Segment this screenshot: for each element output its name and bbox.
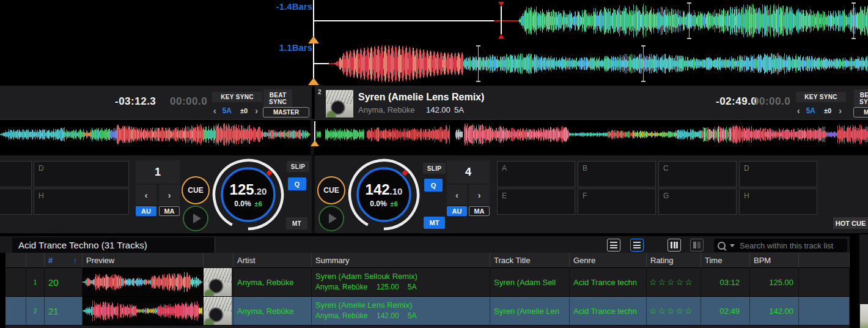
column-number[interactable]: #↑ bbox=[45, 253, 83, 267]
deck2-beat-jump-forward-button[interactable]: › bbox=[469, 185, 490, 205]
deck2-hot-cue-pad-g[interactable]: G bbox=[658, 188, 737, 215]
column-artist[interactable]: Artist bbox=[234, 253, 312, 267]
deck2-time-elapsed: 00:00.0 bbox=[753, 95, 790, 108]
deck2-beat-jump-back-button[interactable]: ‹ bbox=[447, 185, 467, 205]
row-gutter bbox=[6, 297, 26, 325]
row-artist: Anyma, Rebūke bbox=[234, 297, 312, 325]
column-artwork[interactable] bbox=[204, 253, 234, 267]
row-track-number: 21 bbox=[45, 297, 83, 325]
row-artwork-cell bbox=[204, 297, 234, 325]
key-prev-button[interactable]: ‹ bbox=[797, 106, 800, 116]
key-next-button[interactable]: › bbox=[839, 106, 842, 116]
track-table-header: #↑ Preview Artist Summary Track Title Ge… bbox=[6, 253, 850, 267]
view-detail-list-icon[interactable] bbox=[630, 239, 644, 252]
deck2-hot-cue-pad-c[interactable]: C bbox=[658, 161, 737, 187]
column-genre[interactable]: Genre bbox=[570, 253, 647, 267]
row-rating[interactable]: ☆☆☆☆☆ bbox=[647, 268, 701, 296]
deck2-hot-cue-pad-b[interactable]: B bbox=[578, 161, 656, 187]
deck2-manual-button[interactable]: MA bbox=[469, 206, 490, 216]
table-row-selected[interactable]: 2 21 Anyma, Rebūke Syren (Amelie Lens Re… bbox=[6, 297, 850, 325]
deck2-auto-button[interactable]: AU bbox=[447, 206, 467, 216]
search-filter-caret-icon[interactable] bbox=[730, 244, 735, 247]
deck1-master-button[interactable]: MASTER bbox=[263, 107, 309, 117]
column-label: Preview bbox=[86, 256, 114, 265]
column-preview[interactable]: Preview bbox=[83, 253, 204, 267]
overview-strip-band bbox=[0, 119, 868, 154]
column-time[interactable]: Time bbox=[701, 253, 750, 267]
row-position: 1 bbox=[26, 268, 45, 296]
deck2-playhead-marker-icon bbox=[308, 78, 319, 85]
deck2-hot-cue-pad-h[interactable]: H bbox=[739, 188, 817, 215]
table-row-partial[interactable] bbox=[6, 326, 850, 328]
bpm-text: 142.00 bbox=[769, 307, 793, 316]
deck1-jog-wheel[interactable]: 125.20 0.0%±6 bbox=[210, 157, 286, 233]
key-prev-button[interactable]: ‹ bbox=[213, 106, 216, 116]
deck2-hot-cue-pad-a[interactable]: A bbox=[497, 161, 575, 187]
deck1-beat-sync-button[interactable]: BEAT SYNC bbox=[263, 89, 292, 108]
deck2-slip-button[interactable]: SLIP bbox=[423, 163, 446, 174]
deck1-slip-button[interactable]: SLIP bbox=[287, 161, 309, 172]
album-art bbox=[204, 268, 232, 296]
view-split-icon[interactable] bbox=[690, 239, 704, 252]
deck2-key-sync-button[interactable]: KEY SYNC bbox=[796, 92, 846, 102]
search-input[interactable] bbox=[738, 240, 844, 251]
side-panel-divider[interactable] bbox=[850, 234, 859, 328]
key-next-button[interactable]: › bbox=[255, 106, 258, 116]
list-glyph-icon bbox=[633, 242, 641, 248]
artist-text: Anyma, Rebūke bbox=[237, 278, 294, 287]
deck2-cue-marker bbox=[643, 45, 644, 82]
deck2-hot-cue-pad-f[interactable]: F bbox=[578, 188, 656, 215]
track-search[interactable] bbox=[714, 239, 847, 252]
column-bpm[interactable]: BPM bbox=[750, 253, 799, 267]
deck1-cue-button[interactable]: CUE bbox=[182, 176, 210, 204]
deck2-hot-cue-pad-e[interactable]: E bbox=[497, 188, 575, 215]
deck1-hot-cue-pad-d[interactable]: D bbox=[34, 161, 129, 187]
table-row[interactable]: 1 20 Anyma, Rebūke Syren (Adam Sellouk R… bbox=[6, 268, 850, 296]
jog-ring-graphic bbox=[210, 157, 286, 233]
deck1-quantize-button[interactable]: Q bbox=[288, 177, 306, 190]
column-track-title[interactable]: Track Title bbox=[490, 253, 570, 267]
deck2-master-button[interactable]: MASTER bbox=[853, 107, 868, 117]
deck1-cue-marker bbox=[853, 2, 854, 39]
deck2-hot-cue-pad-d[interactable]: D bbox=[739, 161, 817, 187]
row-preview-waveform[interactable] bbox=[83, 297, 204, 325]
deck2-beat-sync-button[interactable]: BEAT SYNC bbox=[854, 89, 868, 108]
hot-cue-mode-tab[interactable]: HOT CUE bbox=[833, 217, 868, 229]
row-track-title: Syren (Adam Sell bbox=[490, 268, 570, 296]
deck1-key-sync-button[interactable]: KEY SYNC bbox=[212, 92, 262, 102]
hot-cue-letter: F bbox=[583, 192, 587, 200]
beat-sync-line1: BEAT bbox=[270, 92, 287, 99]
deck1-hot-cue-pad-h[interactable]: H bbox=[34, 188, 129, 215]
column-label: Genre bbox=[573, 256, 595, 265]
column-label: Track Title bbox=[494, 256, 530, 265]
deck1-beat-jump-back-button[interactable]: ‹ bbox=[136, 185, 156, 205]
row-rating[interactable]: ☆☆☆☆☆ bbox=[647, 297, 701, 325]
column-rating[interactable]: Rating bbox=[647, 253, 701, 267]
sort-ascending-icon[interactable]: ↑ bbox=[73, 256, 83, 265]
column-summary[interactable]: Summary bbox=[312, 253, 490, 267]
deck2-master-tempo-button[interactable]: MT bbox=[424, 217, 445, 229]
deck2-jog-wheel[interactable]: 142.10 0.0%±6 bbox=[346, 157, 422, 233]
view-columns-icon[interactable] bbox=[668, 239, 681, 252]
deck1-master-tempo-button[interactable]: MT bbox=[286, 217, 307, 229]
deck2-play-button[interactable] bbox=[318, 206, 344, 231]
row-genre: Acid Trance techn bbox=[570, 297, 647, 325]
deck1-manual-button[interactable]: MA bbox=[159, 206, 180, 216]
deck1-hot-cue-pad-partial[interactable] bbox=[0, 161, 32, 187]
row-preview-waveform[interactable] bbox=[83, 268, 204, 296]
dj-software-window: -1.4Bars 1.1Bars -03:12.3 00:00.0 KEY SY… bbox=[0, 0, 868, 328]
row-gutter bbox=[6, 268, 26, 296]
deck1-play-button[interactable] bbox=[183, 206, 208, 231]
deck2-overview-waveform[interactable] bbox=[314, 121, 868, 154]
column-position[interactable] bbox=[26, 253, 45, 267]
deck1-enlarged-waveform[interactable] bbox=[314, 1, 868, 40]
deck1-auto-button[interactable]: AU bbox=[136, 206, 156, 216]
deck2-enlarged-waveform[interactable] bbox=[314, 44, 868, 83]
row-time: 02:49 bbox=[701, 297, 750, 325]
deck1-hot-cue-pad-partial[interactable] bbox=[0, 188, 32, 215]
deck2-cue-button[interactable]: CUE bbox=[317, 176, 345, 204]
view-list-icon[interactable] bbox=[607, 239, 620, 252]
deck2-quantize-button[interactable]: Q bbox=[424, 179, 443, 192]
deck1-beat-jump-forward-button[interactable]: › bbox=[159, 185, 180, 205]
deck1-overview-waveform[interactable] bbox=[0, 121, 311, 154]
